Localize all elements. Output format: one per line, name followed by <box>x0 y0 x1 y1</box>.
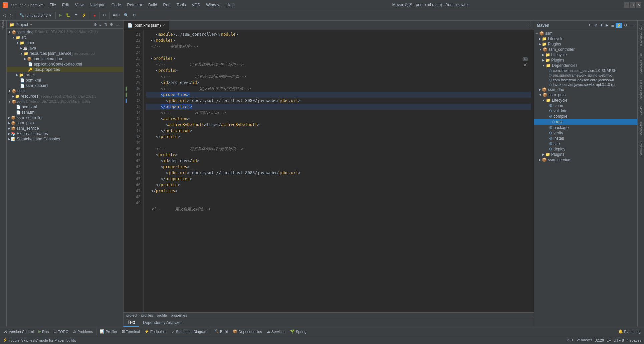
status-encoding[interactable]: UTF-8 <box>614 338 624 342</box>
back-button[interactable]: ◁ <box>1 12 7 18</box>
status-indent[interactable]: 4 spaces <box>627 338 641 342</box>
status-lf[interactable]: LF <box>607 338 611 342</box>
git-branch[interactable]: ⎇ master <box>576 338 592 342</box>
maven-item-lifecycle2[interactable]: ▶ 📁 Lifecycle <box>534 52 637 58</box>
maven-item-verify[interactable]: ⚙ verify <box>534 130 637 136</box>
menu-view[interactable]: View <box>72 2 86 8</box>
tree-item-pom-xml2[interactable]: 📄 pom.xml <box>7 104 123 110</box>
maven-item-install[interactable]: ⚙ install <box>534 136 637 141</box>
maven-item-ssm[interactable]: ▼ 📦 ssm <box>534 31 637 36</box>
tree-item-pom-xml[interactable]: 📄 pom.xml <box>7 78 123 83</box>
menu-file[interactable]: File <box>47 2 59 8</box>
maven-item-dep3[interactable]: ⬡ com.fasterxml.jackson.core:jackson-d <box>534 78 637 82</box>
maven-item-lifecycle3[interactable]: ▼ 📁 Lifecycle <box>534 98 637 103</box>
tree-item-jdbc-properties[interactable]: 🔑 jdbc.properties <box>7 67 123 72</box>
maven-item-ssm-controller[interactable]: ▼ 📦 ssm_controller <box>534 47 637 52</box>
right-sidebar-copilot[interactable]: GitHub Copilot <box>639 77 643 102</box>
tree-item-com-itheima-dao[interactable]: ▶ 📦 com.itheima.dao <box>7 56 123 62</box>
endpoints-btn[interactable]: ⚡ Endpoints <box>143 329 169 334</box>
tree-item-target[interactable]: ▶ 📁 target <box>7 72 123 78</box>
maven-m-btn[interactable]: m <box>610 23 615 28</box>
maven-refresh-btn[interactable]: ↻ <box>588 23 593 28</box>
maven-toolbar[interactable]: ↻ ⊕ ⬇ ▶ m ⚡ ⚙ — <box>588 23 635 28</box>
problems-btn[interactable]: ⚠ Problems <box>71 329 95 334</box>
sequence-diagram-btn[interactable]: ⟋ Sequence Diagram <box>169 329 209 334</box>
menu-code[interactable]: Code <box>109 2 124 8</box>
tree-item-resources-ssm-service[interactable]: ▼ 📁 resources [ssm_service] resources ro… <box>7 51 123 56</box>
tree-item-ssm-controller[interactable]: ▶ 📦 ssm_controller <box>7 115 123 120</box>
menu-run[interactable]: Run <box>161 2 173 8</box>
maven-settings-btn[interactable]: ⚙ <box>623 23 628 28</box>
tree-item-main[interactable]: ▼ 📁 main <box>7 40 123 45</box>
maven-hide-btn[interactable]: — <box>629 23 635 28</box>
editor-menu-btn[interactable]: ⋮ <box>524 23 534 28</box>
maven-item-plugins2[interactable]: ▶ 📁 Plugins <box>534 58 637 63</box>
tab-text[interactable]: Text <box>124 318 139 327</box>
vcs-btn[interactable]: ⎇ Version Control <box>1 329 36 334</box>
close-inline-icon[interactable] <box>523 63 527 67</box>
tree-item-ssm-service[interactable]: ▶ 📦 ssm_service <box>7 126 123 131</box>
project-toolbar[interactable]: ⊙ ≡ ⇅ ⚙ — <box>93 22 121 27</box>
breadcrumb-properties[interactable]: properties <box>171 313 187 317</box>
tree-item-ssm[interactable]: ▼ 📦 ssm <box>7 88 123 94</box>
menu-refactor[interactable]: Refactor <box>125 2 145 8</box>
menu-window[interactable]: Window <box>203 2 223 8</box>
project-icon[interactable]: Project <box>1 22 6 27</box>
run-coverage[interactable]: ☂ <box>73 12 79 18</box>
inline-action-icon[interactable]: m <box>522 56 528 62</box>
breadcrumb-project[interactable]: project <box>126 313 137 317</box>
maven-skip-tests-btn[interactable]: ⚡ <box>616 23 622 28</box>
maven-add-btn[interactable]: ⊕ <box>593 23 598 28</box>
right-sidebar-maven[interactable]: Maven <box>639 104 643 118</box>
forward-button[interactable]: ▷ <box>8 12 14 18</box>
menu-bar[interactable]: File Edit View Navigate Code Refactor Bu… <box>47 2 237 8</box>
tab-close-btn[interactable]: ✕ <box>162 23 165 27</box>
settings-btn[interactable]: ⚙ <box>131 12 138 18</box>
menu-tools[interactable]: Tools <box>174 2 189 8</box>
maven-item-deploy[interactable]: ⚙ deploy <box>534 146 637 152</box>
settings-btn[interactable]: ⚙ <box>109 22 114 27</box>
tree-item-ssm-pojo[interactable]: ▶ 📦 ssm_pojo <box>7 120 123 126</box>
breadcrumb-profile[interactable]: profile <box>157 313 167 317</box>
maven-download-btn[interactable]: ⬇ <box>599 23 604 28</box>
menu-vcs[interactable]: VCS <box>189 2 203 8</box>
maven-item-validate[interactable]: ⚙ validate <box>534 108 637 114</box>
update-button[interactable]: ↻ <box>101 12 108 18</box>
maven-item-site[interactable]: ⚙ site <box>534 141 637 146</box>
menu-help[interactable]: Help <box>224 2 237 8</box>
collapse-btn[interactable]: ≡ <box>98 22 102 27</box>
tomcat-config[interactable]: 🔧 Tomcat 8.0.47 ▼ <box>18 12 54 18</box>
tree-item-applicationContext-dao[interactable]: 📄 applicationContext-dao.xml <box>7 62 123 67</box>
tree-item-resources2[interactable]: ▶ 📁 resources resources root, D:\Intelli… <box>7 94 123 99</box>
services-btn[interactable]: ☁ Services <box>265 329 287 334</box>
tree-item-java[interactable]: ▶ ☕ java <box>7 45 123 51</box>
close-button[interactable]: ✕ <box>636 2 641 8</box>
menu-build[interactable]: Build <box>146 2 160 8</box>
terminal-btn[interactable]: ⊡ Terminal <box>120 329 142 334</box>
search-everywhere[interactable]: 🔍 <box>122 12 130 18</box>
tree-item-ssm-dao-iml[interactable]: 📄 ssm_dao.iml <box>7 83 123 88</box>
stop-button[interactable]: ■ <box>92 12 97 18</box>
locate-btn[interactable]: ⊙ <box>93 22 98 27</box>
maven-item-plugins[interactable]: ▶ 📁 Plugins <box>534 41 637 47</box>
translate-btn[interactable]: A/中 <box>111 12 122 19</box>
maven-item-test[interactable]: → ⚙ test <box>534 119 637 125</box>
code-editor[interactable]: <module>../ssm_controller</module> </mod… <box>144 30 534 312</box>
tab-dependency-analyzer[interactable]: Dependency Analyzer <box>139 318 186 327</box>
maven-item-ssm-service[interactable]: ▶ 📦 ssm_service <box>534 157 637 162</box>
tree-item-ssm_dao[interactable]: ▼ 📦 ssm_dao D:\IntelliJ IDEA 2021.3.2\co… <box>7 29 123 35</box>
tree-item-external-libs[interactable]: ▶ 📚 External Libraries <box>7 131 123 136</box>
maven-run-btn[interactable]: ▶ <box>605 23 609 28</box>
maximize-button[interactable]: □ <box>630 2 635 8</box>
build-btn[interactable]: 🔨 Build <box>212 329 230 334</box>
event-log-btn[interactable]: 🔔 Event Log <box>616 329 643 334</box>
right-sidebar-key-promoter[interactable]: Key Promoter X <box>639 22 643 49</box>
maven-item-package[interactable]: ⚙ package <box>534 125 637 130</box>
maven-item-compile[interactable]: ⚙ compile <box>534 114 637 119</box>
editor-tab-pom-xml[interactable]: 📄 pom.xml (ssm) ✕ <box>124 21 169 30</box>
right-sidebar-uml[interactable]: UML Generator <box>639 50 643 76</box>
run-tool-btn[interactable]: ▶ Run <box>36 329 51 334</box>
maven-item-plugins3[interactable]: ▶ 📁 Plugins <box>534 152 637 157</box>
menu-edit[interactable]: Edit <box>59 2 72 8</box>
breadcrumb-profiles[interactable]: profiles <box>141 313 153 317</box>
